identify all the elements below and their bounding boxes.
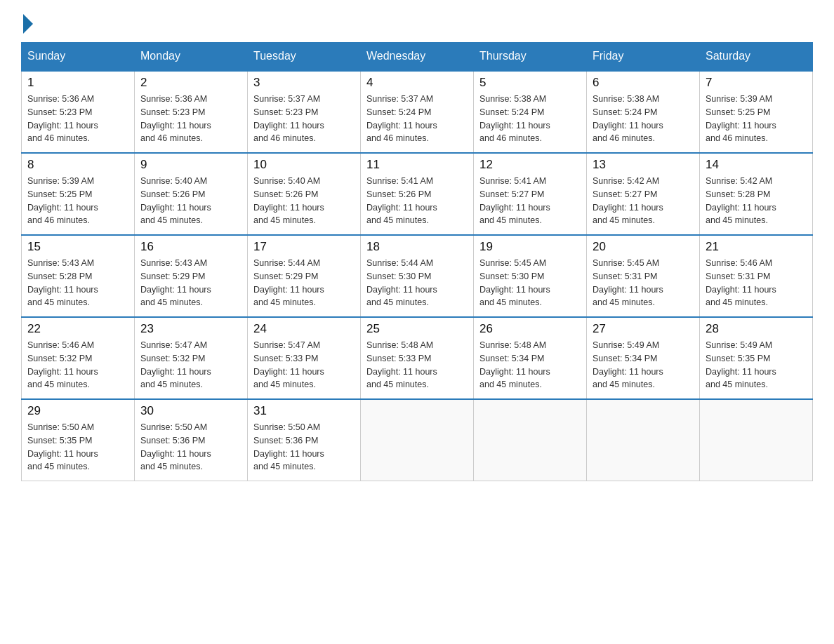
calendar-cell: 20 Sunrise: 5:45 AMSunset: 5:31 PMDaylig… bbox=[587, 235, 700, 317]
calendar-cell: 5 Sunrise: 5:38 AMSunset: 5:24 PMDayligh… bbox=[474, 71, 587, 154]
day-info: Sunrise: 5:36 AMSunset: 5:23 PMDaylight:… bbox=[27, 94, 98, 143]
calendar-cell: 24 Sunrise: 5:47 AMSunset: 5:33 PMDaylig… bbox=[248, 317, 361, 399]
calendar-cell: 28 Sunrise: 5:49 AMSunset: 5:35 PMDaylig… bbox=[700, 317, 813, 399]
calendar-cell: 14 Sunrise: 5:42 AMSunset: 5:28 PMDaylig… bbox=[700, 153, 813, 235]
weekday-header-wednesday: Wednesday bbox=[361, 43, 474, 71]
day-info: Sunrise: 5:39 AMSunset: 5:25 PMDaylight:… bbox=[706, 94, 776, 143]
day-number: 30 bbox=[140, 404, 241, 418]
header bbox=[21, 14, 813, 34]
weekday-header-friday: Friday bbox=[587, 43, 700, 71]
day-info: Sunrise: 5:48 AMSunset: 5:34 PMDaylight:… bbox=[479, 340, 550, 389]
calendar-cell: 22 Sunrise: 5:46 AMSunset: 5:32 PMDaylig… bbox=[22, 317, 135, 399]
day-number: 26 bbox=[479, 322, 581, 336]
day-number: 6 bbox=[593, 76, 694, 90]
calendar-cell: 6 Sunrise: 5:38 AMSunset: 5:24 PMDayligh… bbox=[587, 71, 700, 154]
calendar-cell bbox=[587, 399, 700, 481]
calendar-cell bbox=[700, 399, 813, 481]
calendar-cell: 23 Sunrise: 5:47 AMSunset: 5:32 PMDaylig… bbox=[135, 317, 248, 399]
day-number: 22 bbox=[27, 322, 128, 336]
day-info: Sunrise: 5:43 AMSunset: 5:29 PMDaylight:… bbox=[140, 258, 211, 307]
calendar-cell: 3 Sunrise: 5:37 AMSunset: 5:23 PMDayligh… bbox=[248, 71, 361, 154]
calendar-cell: 13 Sunrise: 5:42 AMSunset: 5:27 PMDaylig… bbox=[587, 153, 700, 235]
weekday-header-thursday: Thursday bbox=[474, 43, 587, 71]
calendar-cell: 30 Sunrise: 5:50 AMSunset: 5:36 PMDaylig… bbox=[135, 399, 248, 481]
day-number: 31 bbox=[253, 404, 355, 418]
day-info: Sunrise: 5:49 AMSunset: 5:35 PMDaylight:… bbox=[706, 340, 776, 389]
day-info: Sunrise: 5:40 AMSunset: 5:26 PMDaylight:… bbox=[253, 176, 324, 225]
calendar-cell: 18 Sunrise: 5:44 AMSunset: 5:30 PMDaylig… bbox=[361, 235, 474, 317]
calendar-week-4: 22 Sunrise: 5:46 AMSunset: 5:32 PMDaylig… bbox=[22, 317, 813, 399]
calendar-cell: 29 Sunrise: 5:50 AMSunset: 5:35 PMDaylig… bbox=[22, 399, 135, 481]
day-number: 28 bbox=[706, 322, 807, 336]
weekday-header-tuesday: Tuesday bbox=[248, 43, 361, 71]
logo bbox=[21, 14, 34, 34]
day-info: Sunrise: 5:50 AMSunset: 5:36 PMDaylight:… bbox=[140, 422, 211, 471]
day-number: 3 bbox=[253, 76, 355, 90]
calendar-body: 1 Sunrise: 5:36 AMSunset: 5:23 PMDayligh… bbox=[22, 71, 813, 481]
day-info: Sunrise: 5:40 AMSunset: 5:26 PMDaylight:… bbox=[140, 176, 211, 225]
day-number: 5 bbox=[479, 76, 581, 90]
day-info: Sunrise: 5:42 AMSunset: 5:28 PMDaylight:… bbox=[706, 176, 776, 225]
day-info: Sunrise: 5:41 AMSunset: 5:26 PMDaylight:… bbox=[366, 176, 437, 225]
weekday-header-saturday: Saturday bbox=[700, 43, 813, 71]
calendar-cell: 7 Sunrise: 5:39 AMSunset: 5:25 PMDayligh… bbox=[700, 71, 813, 154]
calendar-week-3: 15 Sunrise: 5:43 AMSunset: 5:28 PMDaylig… bbox=[22, 235, 813, 317]
day-info: Sunrise: 5:42 AMSunset: 5:27 PMDaylight:… bbox=[593, 176, 663, 225]
calendar-cell: 31 Sunrise: 5:50 AMSunset: 5:36 PMDaylig… bbox=[248, 399, 361, 481]
calendar-cell bbox=[474, 399, 587, 481]
day-info: Sunrise: 5:44 AMSunset: 5:29 PMDaylight:… bbox=[253, 258, 324, 307]
logo-arrow-icon bbox=[23, 14, 33, 34]
day-number: 10 bbox=[253, 158, 355, 172]
day-number: 29 bbox=[27, 404, 128, 418]
day-info: Sunrise: 5:49 AMSunset: 5:34 PMDaylight:… bbox=[593, 340, 663, 389]
day-number: 14 bbox=[706, 158, 807, 172]
day-info: Sunrise: 5:41 AMSunset: 5:27 PMDaylight:… bbox=[479, 176, 550, 225]
day-info: Sunrise: 5:37 AMSunset: 5:24 PMDaylight:… bbox=[366, 94, 437, 143]
calendar-cell: 2 Sunrise: 5:36 AMSunset: 5:23 PMDayligh… bbox=[135, 71, 248, 154]
day-info: Sunrise: 5:38 AMSunset: 5:24 PMDaylight:… bbox=[593, 94, 663, 143]
day-number: 15 bbox=[27, 240, 128, 254]
day-info: Sunrise: 5:44 AMSunset: 5:30 PMDaylight:… bbox=[366, 258, 437, 307]
calendar-cell: 1 Sunrise: 5:36 AMSunset: 5:23 PMDayligh… bbox=[22, 71, 135, 154]
calendar-cell: 16 Sunrise: 5:43 AMSunset: 5:29 PMDaylig… bbox=[135, 235, 248, 317]
day-number: 18 bbox=[366, 240, 468, 254]
day-number: 8 bbox=[27, 158, 128, 172]
day-info: Sunrise: 5:46 AMSunset: 5:32 PMDaylight:… bbox=[27, 340, 98, 389]
day-info: Sunrise: 5:46 AMSunset: 5:31 PMDaylight:… bbox=[706, 258, 776, 307]
calendar-cell: 19 Sunrise: 5:45 AMSunset: 5:30 PMDaylig… bbox=[474, 235, 587, 317]
day-number: 7 bbox=[706, 76, 807, 90]
calendar-cell: 11 Sunrise: 5:41 AMSunset: 5:26 PMDaylig… bbox=[361, 153, 474, 235]
day-number: 27 bbox=[593, 322, 694, 336]
day-number: 23 bbox=[140, 322, 241, 336]
calendar-cell: 9 Sunrise: 5:40 AMSunset: 5:26 PMDayligh… bbox=[135, 153, 248, 235]
day-info: Sunrise: 5:38 AMSunset: 5:24 PMDaylight:… bbox=[479, 94, 550, 143]
day-info: Sunrise: 5:37 AMSunset: 5:23 PMDaylight:… bbox=[253, 94, 324, 143]
day-info: Sunrise: 5:45 AMSunset: 5:30 PMDaylight:… bbox=[479, 258, 550, 307]
day-number: 2 bbox=[140, 76, 241, 90]
day-number: 24 bbox=[253, 322, 355, 336]
day-number: 4 bbox=[366, 76, 468, 90]
day-number: 20 bbox=[593, 240, 694, 254]
weekday-header-row: SundayMondayTuesdayWednesdayThursdayFrid… bbox=[22, 43, 813, 71]
calendar-cell: 15 Sunrise: 5:43 AMSunset: 5:28 PMDaylig… bbox=[22, 235, 135, 317]
day-info: Sunrise: 5:50 AMSunset: 5:36 PMDaylight:… bbox=[253, 422, 324, 471]
calendar-cell: 26 Sunrise: 5:48 AMSunset: 5:34 PMDaylig… bbox=[474, 317, 587, 399]
day-number: 9 bbox=[140, 158, 241, 172]
day-number: 12 bbox=[479, 158, 581, 172]
day-number: 16 bbox=[140, 240, 241, 254]
day-number: 17 bbox=[253, 240, 355, 254]
day-info: Sunrise: 5:39 AMSunset: 5:25 PMDaylight:… bbox=[27, 176, 98, 225]
calendar-week-2: 8 Sunrise: 5:39 AMSunset: 5:25 PMDayligh… bbox=[22, 153, 813, 235]
weekday-header-monday: Monday bbox=[135, 43, 248, 71]
calendar-cell: 27 Sunrise: 5:49 AMSunset: 5:34 PMDaylig… bbox=[587, 317, 700, 399]
calendar-cell: 4 Sunrise: 5:37 AMSunset: 5:24 PMDayligh… bbox=[361, 71, 474, 154]
day-info: Sunrise: 5:47 AMSunset: 5:32 PMDaylight:… bbox=[140, 340, 211, 389]
calendar-week-5: 29 Sunrise: 5:50 AMSunset: 5:35 PMDaylig… bbox=[22, 399, 813, 481]
day-number: 19 bbox=[479, 240, 581, 254]
day-number: 13 bbox=[593, 158, 694, 172]
calendar-week-1: 1 Sunrise: 5:36 AMSunset: 5:23 PMDayligh… bbox=[22, 71, 813, 154]
day-info: Sunrise: 5:36 AMSunset: 5:23 PMDaylight:… bbox=[140, 94, 211, 143]
calendar-cell bbox=[361, 399, 474, 481]
calendar-table: SundayMondayTuesdayWednesdayThursdayFrid… bbox=[21, 42, 813, 481]
calendar-cell: 25 Sunrise: 5:48 AMSunset: 5:33 PMDaylig… bbox=[361, 317, 474, 399]
